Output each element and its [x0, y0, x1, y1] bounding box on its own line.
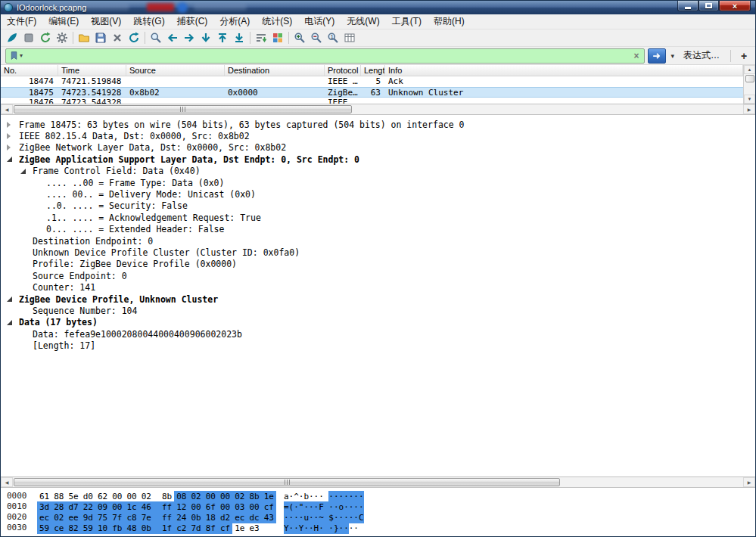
expander-open-icon[interactable] [7, 296, 19, 302]
hex-byte[interactable]: ec [232, 512, 247, 523]
ascii-char[interactable]: · [324, 491, 329, 502]
scroll-up-arrow[interactable]: ▲ [744, 65, 755, 74]
details-hscrollbar[interactable]: ◀ ▶ [1, 476, 755, 488]
hex-byte[interactable]: 88 [51, 491, 66, 502]
hex-byte[interactable]: 62 [95, 491, 110, 502]
clear-filter-icon[interactable]: × [631, 51, 641, 61]
packet-list-hscrollbar[interactable]: ◀ ▶ [1, 104, 755, 115]
ascii-char[interactable]: } [334, 523, 339, 534]
menu-item-1[interactable]: 文件(F) [1, 14, 42, 29]
hex-byte[interactable]: 1e [232, 523, 247, 534]
detail-row[interactable]: Sequence Number: 104 [1, 305, 755, 316]
ascii-char[interactable]: Y [284, 523, 289, 534]
ascii-char[interactable]: Y [299, 523, 304, 534]
hex-byte[interactable]: 10 [95, 523, 110, 534]
ascii-char[interactable]: $ [328, 512, 334, 523]
save-file-icon[interactable] [92, 30, 109, 46]
detail-row[interactable]: ..0. .... = Security: False [1, 200, 755, 212]
menu-item-10[interactable]: 工具(T) [386, 14, 428, 29]
hex-byte[interactable]: cf [218, 523, 232, 534]
apply-filter-button[interactable] [648, 48, 666, 64]
start-capture-icon[interactable] [4, 30, 20, 46]
capture-options-icon[interactable] [54, 30, 70, 46]
packet-row[interactable]: 1847474721.519848IEEE …5Ack [1, 76, 743, 87]
hex-byte[interactable]: 59 [81, 523, 95, 534]
ascii-char[interactable]: · [319, 491, 324, 502]
hex-byte[interactable]: 82 [67, 523, 81, 534]
hex-byte[interactable]: 75 [95, 512, 110, 523]
hex-byte[interactable]: 00 [110, 501, 124, 513]
ascii-char[interactable]: ~ [319, 512, 324, 523]
ascii-char[interactable]: · [353, 501, 359, 513]
ascii-char[interactable]: ^ [294, 491, 299, 502]
detail-row[interactable]: .... ..00 = Frame Type: Data (0x0) [1, 177, 755, 188]
hex-byte[interactable]: cf [262, 501, 276, 513]
hex-byte[interactable]: 8b [154, 491, 174, 502]
hex-byte[interactable]: 00 [218, 501, 232, 513]
hex-byte[interactable]: 1e [262, 491, 276, 502]
ascii-char[interactable]: · [344, 491, 349, 502]
hex-byte[interactable]: 8b [247, 491, 262, 502]
ascii-char[interactable]: · [294, 512, 299, 523]
menu-item-11[interactable]: 帮助(H) [428, 14, 471, 29]
hex-byte[interactable]: 59 [37, 523, 51, 534]
hex-byte[interactable]: fb [110, 523, 124, 534]
hex-byte[interactable]: 0b [139, 523, 154, 534]
maximize-button[interactable] [698, 1, 719, 11]
hex-byte[interactable]: 24 [174, 512, 188, 523]
hex-byte[interactable]: 00 [204, 491, 218, 502]
hex-byte[interactable]: 43 [262, 512, 276, 523]
ascii-char[interactable]: · [294, 523, 299, 534]
hex-byte[interactable]: 22 [81, 501, 95, 513]
hex-byte[interactable]: 00 [247, 501, 262, 513]
expander-closed-icon[interactable] [7, 144, 19, 151]
hex-byte[interactable]: 02 [139, 491, 154, 502]
ascii-char[interactable]: · [344, 512, 349, 523]
expander-closed-icon[interactable] [7, 133, 19, 139]
packet-list-vscrollbar[interactable]: ▲ ▼ [743, 65, 755, 104]
column-header-time[interactable]: Time [58, 65, 126, 76]
hex-byte[interactable]: 3d [37, 501, 51, 513]
hex-byte[interactable]: 03 [232, 501, 247, 513]
expander-open-icon[interactable] [20, 169, 33, 174]
go-forward-icon[interactable] [181, 30, 198, 46]
detail-row[interactable]: Data: fefea9e10002080044000400906002023b [1, 328, 755, 340]
hex-byte[interactable]: 1c [125, 501, 139, 513]
go-back-icon[interactable] [164, 30, 181, 46]
column-header-protocol[interactable]: Protocol [325, 65, 361, 76]
scroll-left-arrow[interactable]: ◀ [1, 477, 13, 487]
ascii-char[interactable]: · [328, 501, 334, 513]
zoom-out-icon[interactable] [308, 30, 325, 46]
ascii-char[interactable]: · [299, 512, 304, 523]
menu-item-8[interactable]: 电话(Y) [298, 14, 341, 29]
ascii-char[interactable]: · [319, 523, 324, 534]
ascii-char[interactable]: · [309, 491, 314, 502]
column-header-source[interactable]: Source [126, 65, 225, 76]
ascii-char[interactable]: · [359, 491, 364, 502]
restart-capture-icon[interactable] [37, 30, 54, 46]
detail-row[interactable]: ZigBee Network Layer Data, Dst: 0x0000, … [1, 142, 755, 154]
ascii-char[interactable]: · [324, 523, 329, 534]
ascii-char[interactable]: u [303, 512, 309, 523]
detail-row[interactable]: IEEE 802.15.4 Data, Dst: 0x0000, Src: 0x… [1, 130, 755, 141]
hex-byte[interactable]: ee [67, 512, 81, 523]
ascii-char[interactable]: · [303, 501, 309, 513]
title-bar[interactable]: IOdoorlock.pcapng × [1, 1, 755, 14]
ascii-char[interactable]: · [334, 501, 339, 513]
resize-columns-icon[interactable] [341, 30, 358, 46]
expander-open-icon[interactable] [7, 320, 19, 325]
hex-byte[interactable]: 02 [189, 491, 204, 502]
packet-row[interactable]: 1847674723.544328IEEE … [1, 98, 743, 104]
ascii-char[interactable]: " [299, 501, 304, 513]
hex-byte[interactable]: 8f [204, 523, 218, 534]
expression-button[interactable]: 表达式… [679, 49, 724, 62]
ascii-char[interactable]: · [359, 501, 364, 513]
scroll-right-arrow[interactable]: ▶ [743, 104, 755, 114]
ascii-char[interactable]: · [303, 523, 309, 534]
ascii-char[interactable]: · [353, 491, 359, 502]
hex-byte[interactable]: 00 [189, 501, 204, 513]
go-last-packet-icon[interactable] [231, 30, 247, 46]
hex-byte[interactable]: 7f [110, 512, 124, 523]
hex-byte[interactable]: 08 [174, 491, 188, 502]
hex-byte[interactable]: dc [247, 512, 262, 523]
